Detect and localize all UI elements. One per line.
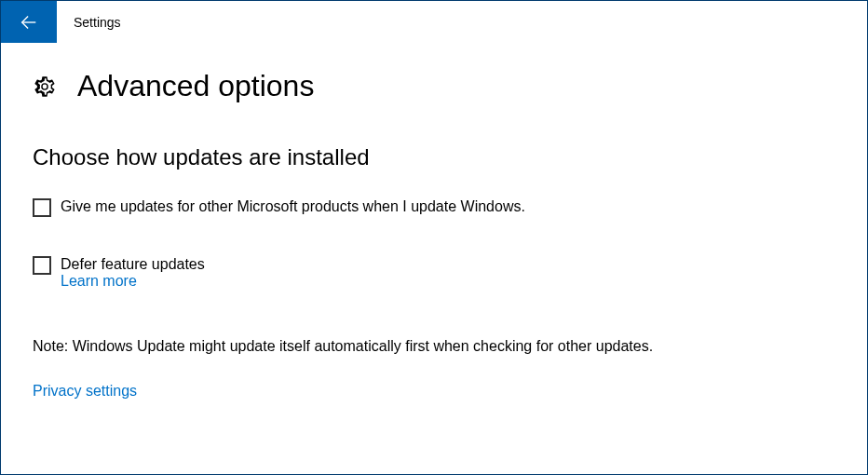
- checkbox-content: Give me updates for other Microsoft prod…: [61, 198, 525, 215]
- checkbox-input-defer-updates[interactable]: [33, 256, 51, 275]
- learn-more-link[interactable]: Learn more: [61, 273, 205, 290]
- header: Settings: [1, 1, 867, 43]
- gear-icon: [33, 75, 57, 99]
- arrow-left-icon: [19, 12, 39, 33]
- checkbox-input-microsoft-products[interactable]: [33, 198, 51, 217]
- content: Advanced options Choose how updates are …: [1, 43, 867, 426]
- back-button[interactable]: [1, 1, 57, 43]
- header-title: Settings: [57, 15, 121, 30]
- page-heading: Advanced options: [33, 69, 835, 103]
- section-title: Choose how updates are installed: [33, 144, 835, 170]
- note-text: Note: Windows Update might update itself…: [33, 338, 835, 355]
- checkbox-defer-updates: Defer feature updates Learn more: [33, 256, 835, 290]
- privacy-settings-link[interactable]: Privacy settings: [33, 383, 137, 399]
- page-title: Advanced options: [77, 69, 314, 103]
- checkbox-microsoft-products: Give me updates for other Microsoft prod…: [33, 198, 835, 217]
- checkbox-content: Defer feature updates Learn more: [61, 256, 205, 290]
- checkbox-label-microsoft-products: Give me updates for other Microsoft prod…: [61, 198, 525, 215]
- checkbox-label-defer-updates: Defer feature updates: [61, 256, 205, 273]
